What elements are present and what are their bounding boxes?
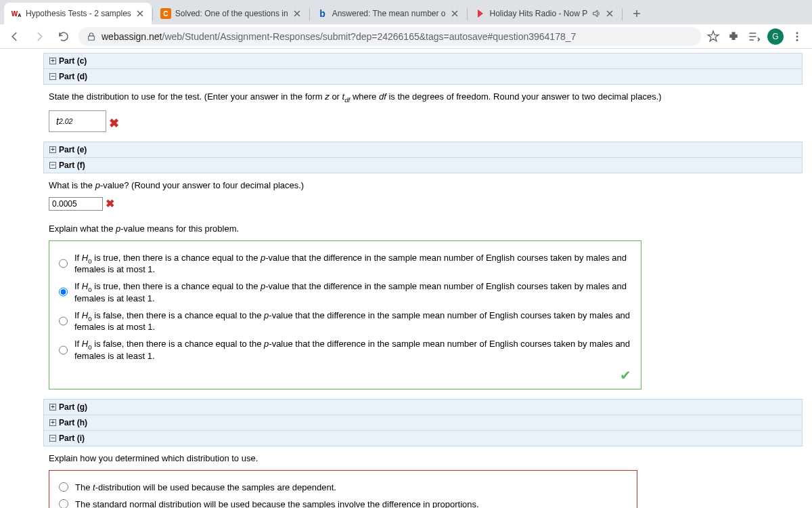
- part-label: Part (e): [59, 145, 87, 154]
- pvalue-prompt: What is the p-value? (Round your answer …: [49, 180, 797, 190]
- part-label: Part (f): [59, 161, 85, 170]
- part-c-header[interactable]: + Part (c): [43, 53, 803, 69]
- favicon-radio: [475, 8, 486, 19]
- part-label: Part (i): [59, 433, 85, 443]
- tab-webassign[interactable]: WA Hypothesis Tests - 2 samples: [4, 3, 152, 24]
- menu-icon[interactable]: [790, 30, 804, 43]
- profile-avatar[interactable]: G: [767, 28, 784, 45]
- radio-option-0[interactable]: The t-distribution will be used because …: [59, 479, 627, 496]
- distribution-input[interactable]: t2.02: [49, 110, 106, 132]
- radio-input[interactable]: [59, 482, 68, 492]
- extensions-icon[interactable]: [727, 30, 740, 43]
- correct-mark-icon: ✔: [620, 368, 631, 383]
- radio-input[interactable]: [59, 316, 68, 326]
- svg-point-2: [796, 35, 798, 37]
- omnibox[interactable]: webassign.net/web/Student/Assignment-Res…: [78, 27, 701, 46]
- forward-button[interactable]: [30, 27, 49, 46]
- collapse-icon: −: [49, 73, 56, 80]
- part-d-prompt: State the distribution to use for the te…: [49, 91, 797, 104]
- part-i-header[interactable]: − Part (i): [43, 431, 803, 446]
- radio-option-0[interactable]: If H0 is true, then there is a chance eq…: [59, 249, 631, 278]
- tab-radio[interactable]: Holiday Hits Radio - Now P: [468, 3, 622, 24]
- expand-icon: +: [49, 146, 56, 153]
- svg-rect-0: [89, 36, 95, 40]
- close-icon[interactable]: [135, 9, 145, 18]
- close-icon[interactable]: [292, 9, 302, 18]
- radio-input[interactable]: [59, 345, 68, 355]
- radio-input[interactable]: [59, 287, 68, 297]
- radio-option-1[interactable]: If H0 is true, then there is a chance eq…: [59, 278, 631, 307]
- part-f-header[interactable]: − Part (f): [43, 158, 803, 173]
- incorrect-mark-icon: ✖: [106, 197, 114, 211]
- pvalue-explain-prompt: Explain what the p-value means for this …: [49, 224, 797, 234]
- new-tab-button[interactable]: [627, 4, 646, 23]
- part-label: Part (c): [59, 56, 87, 66]
- tab-title: Solved: One of the questions in: [175, 9, 288, 18]
- pvalue-explain-options: If H0 is true, then there is a chance eq…: [49, 240, 641, 389]
- favicon-chegg: C: [160, 8, 171, 19]
- favicon-bartleby: b: [317, 8, 328, 19]
- radio-input[interactable]: [59, 499, 68, 508]
- incorrect-mark-icon: ✖: [109, 116, 119, 132]
- part-h-header[interactable]: + Part (h): [43, 415, 803, 431]
- dist-options: The t-distribution will be used because …: [49, 470, 637, 508]
- tab-chegg[interactable]: C Solved: One of the questions in: [154, 3, 309, 24]
- reading-list-icon[interactable]: [747, 30, 761, 43]
- url-path: /web/Student/Assignment-Responses/submit…: [162, 31, 577, 42]
- pvalue-input[interactable]: [49, 197, 103, 211]
- collapse-icon: −: [49, 435, 56, 442]
- star-icon[interactable]: [706, 30, 720, 43]
- tab-title: Holiday Hits Radio - Now P: [490, 9, 588, 18]
- close-icon[interactable]: [450, 9, 459, 18]
- speaker-icon[interactable]: [591, 9, 601, 18]
- expand-icon: +: [49, 58, 56, 64]
- radio-option-3[interactable]: If H0 is false, then there is a chance e…: [59, 335, 631, 364]
- dist-prompt: Explain how you determined which distrib…: [49, 453, 797, 463]
- part-label: Part (g): [59, 402, 87, 412]
- expand-icon: +: [49, 404, 56, 410]
- radio-input[interactable]: [59, 259, 68, 268]
- lock-icon: [87, 32, 96, 41]
- browser-tab-strip: WA Hypothesis Tests - 2 samples C Solved…: [0, 0, 812, 24]
- favicon-webassign: WA: [11, 8, 22, 19]
- svg-point-1: [796, 32, 798, 34]
- back-button[interactable]: [5, 27, 24, 46]
- tab-title: Answered: The mean number o: [332, 9, 446, 18]
- tab-title: Hypothesis Tests - 2 samples: [26, 9, 131, 18]
- collapse-icon: −: [49, 162, 56, 169]
- address-bar: webassign.net/web/Student/Assignment-Res…: [0, 24, 812, 49]
- part-d-header[interactable]: − Part (d): [43, 69, 803, 85]
- close-icon[interactable]: [605, 9, 614, 18]
- radio-option-1[interactable]: The standard normal distribution will be…: [59, 496, 627, 508]
- part-e-header[interactable]: + Part (e): [43, 142, 803, 158]
- reload-button[interactable]: [54, 27, 73, 46]
- tab-bartleby[interactable]: b Answered: The mean number o: [311, 3, 466, 24]
- url-host: webassign.net: [102, 31, 162, 42]
- svg-point-3: [796, 39, 798, 41]
- part-label: Part (d): [59, 72, 87, 81]
- radio-option-2[interactable]: If H0 is false, then there is a chance e…: [59, 307, 631, 336]
- expand-icon: +: [49, 419, 56, 426]
- part-label: Part (h): [59, 418, 87, 427]
- page-content: + Part (c) − Part (d) State the distribu…: [0, 49, 812, 508]
- part-g-header[interactable]: + Part (g): [43, 399, 803, 415]
